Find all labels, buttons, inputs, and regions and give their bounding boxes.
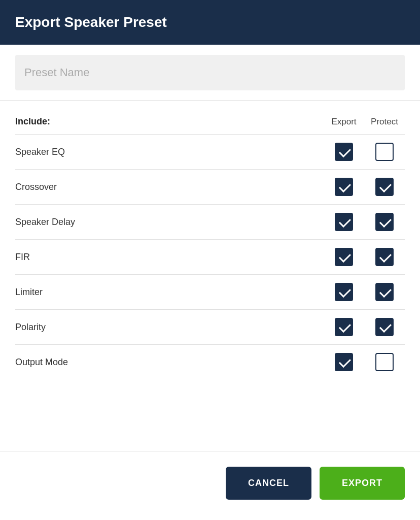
dialog-content: Include: Export Protect Speaker EQ Cross… [0, 45, 420, 451]
row-export-cell [324, 248, 364, 266]
polarity-protect-checkbox[interactable] [375, 318, 394, 336]
row-label: Polarity [15, 322, 324, 333]
preset-name-input[interactable] [15, 55, 405, 90]
export-button[interactable]: EXPORT [320, 467, 405, 500]
dialog-header: Export Speaker Preset [0, 0, 420, 45]
dialog-footer: CANCEL EXPORT [0, 451, 420, 520]
table-row: Speaker Delay [15, 204, 405, 239]
dialog-title: Export Speaker Preset [15, 14, 167, 30]
include-table: Include: Export Protect Speaker EQ Cross… [0, 101, 420, 389]
fir-protect-checkbox[interactable] [375, 248, 394, 266]
row-export-cell [324, 178, 364, 196]
crossover-export-checkbox[interactable] [335, 178, 353, 196]
row-protect-cell [364, 318, 405, 336]
row-protect-cell [364, 353, 405, 371]
row-label: FIR [15, 252, 324, 263]
table-row: Limiter [15, 274, 405, 309]
row-label: Limiter [15, 287, 324, 298]
row-export-cell [324, 353, 364, 371]
row-protect-cell [364, 283, 405, 301]
row-export-cell [324, 318, 364, 336]
row-label: Crossover [15, 182, 324, 192]
row-protect-cell [364, 143, 405, 161]
table-row: Output Mode [15, 344, 405, 379]
table-row: FIR [15, 239, 405, 274]
speaker-delay-export-checkbox[interactable] [335, 213, 353, 231]
crossover-protect-checkbox[interactable] [375, 178, 394, 196]
limiter-protect-checkbox[interactable] [375, 283, 394, 301]
speaker-delay-protect-checkbox[interactable] [375, 213, 394, 231]
fir-export-checkbox[interactable] [335, 248, 353, 266]
include-label: Include: [15, 116, 324, 127]
preset-name-section [0, 45, 420, 101]
table-row: Speaker EQ [15, 134, 405, 169]
row-export-cell [324, 283, 364, 301]
col-export-label: Export [324, 117, 364, 127]
row-protect-cell [364, 178, 405, 196]
row-label: Speaker Delay [15, 217, 324, 228]
row-label: Output Mode [15, 357, 324, 368]
limiter-export-checkbox[interactable] [335, 283, 353, 301]
row-export-cell [324, 213, 364, 231]
table-row: Polarity [15, 309, 405, 344]
col-protect-label: Protect [364, 117, 405, 127]
output-mode-protect-checkbox[interactable] [375, 353, 394, 371]
row-protect-cell [364, 213, 405, 231]
polarity-export-checkbox[interactable] [335, 318, 353, 336]
row-label: Speaker EQ [15, 147, 324, 157]
table-header: Include: Export Protect [15, 111, 405, 134]
output-mode-export-checkbox[interactable] [335, 353, 353, 371]
speaker-eq-protect-checkbox[interactable] [375, 143, 394, 161]
row-protect-cell [364, 248, 405, 266]
table-row: Crossover [15, 169, 405, 204]
cancel-button[interactable]: CANCEL [226, 467, 311, 500]
speaker-eq-export-checkbox[interactable] [335, 143, 353, 161]
row-export-cell [324, 143, 364, 161]
